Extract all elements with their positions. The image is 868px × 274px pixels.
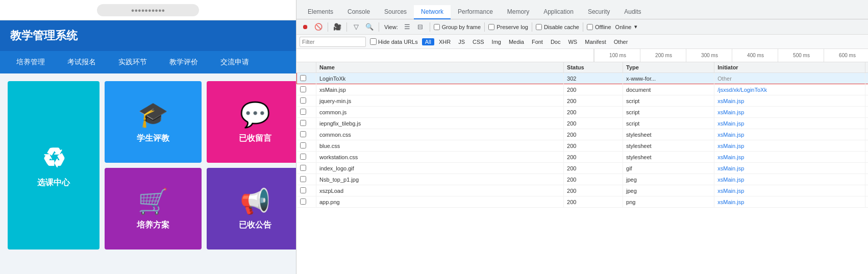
cell-initiator-8[interactable]: xsMain.jsp [714, 163, 865, 174]
filter-tag-js[interactable]: JS [455, 38, 468, 45]
devtools-toolbar: ⏺ 🚫 🎥 ▽ 🔍 View: ☰ ⊟ Group by frame Prese… [296, 19, 868, 35]
nav-item-1[interactable]: 考试报名 [56, 51, 107, 73]
card-peiyangfangan[interactable]: 🛒 培养方案 [105, 168, 202, 250]
row-checkbox-5[interactable] [300, 131, 306, 137]
tab-elements[interactable]: Elements [301, 5, 340, 19]
cell-name-2[interactable]: jquery-min.js [316, 95, 563, 107]
view-detail-button[interactable]: ⊟ [415, 21, 426, 33]
hide-data-urls-checkbox[interactable] [370, 38, 377, 45]
cell-initiator-9[interactable]: xsMain.jsp [714, 174, 865, 185]
nav-item-2[interactable]: 实践环节 [107, 51, 158, 73]
table-row[interactable]: Nsb_top_p1.jpg200jpegxsMain.jsp(from dis… [297, 174, 869, 185]
tab-audits[interactable]: Audits [617, 5, 648, 19]
filter-tag-all[interactable]: All [422, 38, 434, 45]
online-dropdown-icon[interactable]: ▾ [634, 23, 637, 30]
cell-initiator-4[interactable]: xsMain.jsp [714, 118, 865, 129]
preserve-log-checkbox[interactable] [488, 24, 494, 30]
hide-data-urls-row: Hide data URLs [370, 38, 418, 45]
filter-input[interactable] [300, 37, 366, 47]
cell-name-5[interactable]: common.css [316, 129, 563, 140]
cell-initiator-7[interactable]: xsMain.jsp [714, 152, 865, 163]
cell-status-1: 200 [564, 84, 623, 95]
cell-initiator-10[interactable]: xsMain.jsp [714, 185, 865, 196]
table-row[interactable]: common.js200scriptxsMain.jsp(from disk .… [297, 107, 869, 118]
table-row[interactable]: xsMain.jsp200document/jsxsd/xk/LoginToXk… [297, 84, 869, 95]
filter-tag-other[interactable]: Other [611, 38, 631, 45]
table-row[interactable]: jquery-min.js200scriptxsMain.jsp(from di… [297, 95, 869, 107]
card-gonggao[interactable]: 📢 已收公告 [207, 168, 296, 250]
offline-checkbox[interactable] [587, 24, 593, 30]
cell-name-8[interactable]: index_logo.gif [316, 163, 563, 174]
nav-item-3[interactable]: 教学评价 [158, 51, 209, 73]
view-list-button[interactable]: ☰ [402, 21, 413, 33]
group-by-frame-checkbox[interactable] [434, 24, 440, 30]
cell-name-9[interactable]: Nsb_top_p1.jpg [316, 174, 563, 185]
capture-screenshot-button[interactable]: 🎥 [332, 21, 343, 33]
disable-cache-checkbox[interactable] [536, 24, 542, 30]
nav-item-4[interactable]: 交流申请 [209, 51, 260, 73]
cell-name-6[interactable]: blue.css [316, 140, 563, 152]
clear-button[interactable]: 🚫 [313, 21, 324, 33]
tab-sources[interactable]: Sources [377, 5, 414, 19]
row-checkbox-4[interactable] [300, 120, 306, 126]
row-checkbox-9[interactable] [300, 176, 306, 182]
cell-name-1[interactable]: xsMain.jsp [316, 84, 563, 95]
table-row[interactable]: LoginToXk302x-www-for...Other188 B397 ms [297, 73, 869, 84]
search-button[interactable]: 🔍 [364, 21, 375, 33]
row-checkbox-3[interactable] [300, 109, 306, 115]
cell-name-11[interactable]: app.png [316, 196, 563, 208]
tab-performance[interactable]: Performance [451, 5, 500, 19]
filter-tag-img[interactable]: Img [489, 38, 504, 45]
table-row[interactable]: workstation.css200stylesheetxsMain.jsp(f… [297, 152, 869, 163]
row-checkbox-10[interactable] [300, 187, 306, 193]
table-row[interactable]: iepngfix_tilebg.js200scriptxsMain.jsp(fr… [297, 118, 869, 129]
cell-name-10[interactable]: xszpLoad [316, 185, 563, 196]
row-checkbox-0[interactable] [300, 75, 306, 81]
filter-tag-css[interactable]: CSS [469, 38, 487, 45]
table-row[interactable]: blue.css200stylesheetxsMain.jsp(from dis… [297, 140, 869, 152]
cell-name-4[interactable]: iepngfix_tilebg.js [316, 118, 563, 129]
table-row[interactable]: common.css200stylesheetxsMain.jsp(from d… [297, 129, 869, 140]
cell-size-1: 3.9 KB [865, 84, 868, 95]
filter-tag-media[interactable]: Media [506, 38, 527, 45]
filter-tag-doc[interactable]: Doc [548, 38, 564, 45]
row-checkbox-11[interactable] [300, 198, 306, 205]
row-checkbox-7[interactable] [300, 154, 306, 160]
online-label: Online [615, 24, 632, 30]
cell-initiator-6[interactable]: xsMain.jsp [714, 140, 865, 152]
row-checkbox-1[interactable] [300, 86, 306, 92]
cell-size-0: 188 B [865, 73, 868, 84]
row-checkbox-2[interactable] [300, 97, 306, 104]
record-button[interactable]: ⏺ [300, 21, 311, 33]
cell-initiator-11[interactable]: xsMain.jsp [714, 196, 865, 208]
tab-memory[interactable]: Memory [500, 5, 536, 19]
tab-security[interactable]: Security [581, 5, 617, 19]
tab-application[interactable]: Application [536, 5, 581, 19]
table-row[interactable]: app.png200pngxsMain.jsp(from disk ...2 m… [297, 196, 869, 208]
cell-name-0[interactable]: LoginToXk [316, 73, 563, 84]
card-xuesheng[interactable]: 🎓 学生评教 [105, 81, 202, 163]
table-row[interactable]: xszpLoad200jpegxsMain.jsp162 B18 ms [297, 185, 869, 196]
nav-item-0[interactable]: 培养管理 [5, 51, 56, 73]
filter-tag-font[interactable]: Font [529, 38, 546, 45]
cell-initiator-1[interactable]: /jsxsd/xk/LoginToXk [714, 84, 865, 95]
card-liuyan[interactable]: 💬 已收留言 [207, 81, 296, 163]
cell-name-3[interactable]: common.js [316, 107, 563, 118]
cell-initiator-2[interactable]: xsMain.jsp [714, 95, 865, 107]
row-checkbox-6[interactable] [300, 142, 306, 148]
cell-initiator-5[interactable]: xsMain.jsp [714, 129, 865, 140]
cell-initiator-3[interactable]: xsMain.jsp [714, 107, 865, 118]
filter-tag-xhr[interactable]: XHR [436, 38, 454, 45]
filter-toggle-button[interactable]: ▽ [351, 21, 362, 33]
tick-200ms: 200 ms [640, 49, 686, 62]
filter-tag-manifest[interactable]: Manifest [582, 38, 609, 45]
tab-console[interactable]: Console [340, 5, 377, 19]
cell-name-7[interactable]: workstation.css [316, 152, 563, 163]
table-row[interactable]: index_logo.gif200gifxsMain.jsp(from disk… [297, 163, 869, 174]
filter-tag-ws[interactable]: WS [565, 38, 580, 45]
row-checkbox-8[interactable] [300, 165, 306, 171]
cell-size-2: (from disk ... [865, 95, 868, 107]
card-xuanke[interactable]: ♻ 选课中心 [8, 81, 100, 250]
cell-status-2: 200 [564, 95, 623, 107]
tab-network[interactable]: Network [414, 5, 451, 19]
